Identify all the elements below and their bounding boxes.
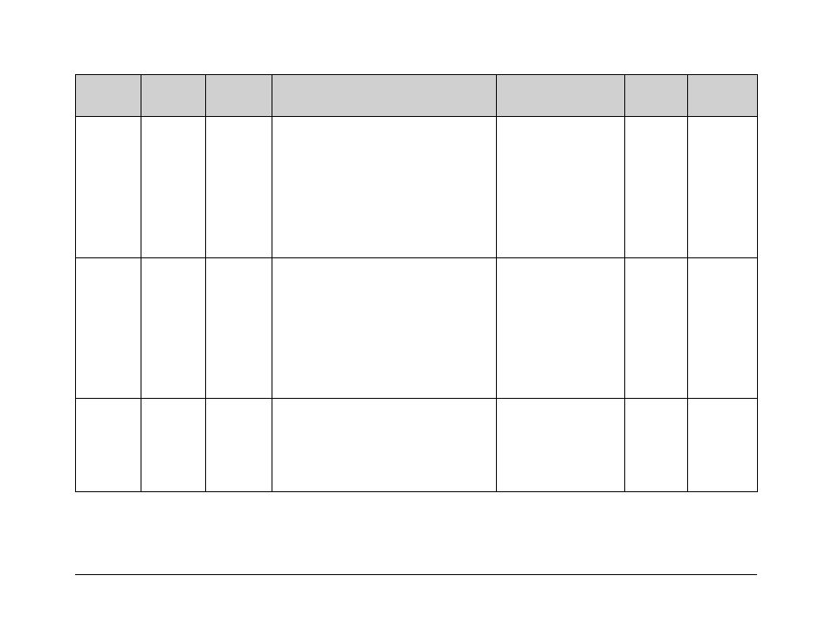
table-header-cell [206, 75, 272, 117]
data-table [75, 74, 758, 492]
table-header-cell [141, 75, 206, 117]
table-cell [688, 258, 758, 399]
table-cell [625, 258, 688, 399]
table-row [76, 258, 758, 399]
table-row [76, 117, 758, 258]
table-cell [272, 117, 497, 258]
table-cell [206, 399, 272, 492]
table-cell [497, 258, 625, 399]
table-header-cell [497, 75, 625, 117]
table-header-cell [625, 75, 688, 117]
table-cell [497, 399, 625, 492]
table-cell [272, 399, 497, 492]
table-cell [76, 258, 141, 399]
table-cell [625, 399, 688, 492]
table-header-cell [272, 75, 497, 117]
table-cell [497, 117, 625, 258]
table-header-cell [76, 75, 141, 117]
table-cell [141, 399, 206, 492]
table-cell [206, 258, 272, 399]
table-cell [141, 117, 206, 258]
table-cell [141, 258, 206, 399]
table-cell [76, 117, 141, 258]
table-cell [625, 117, 688, 258]
horizontal-rule [75, 574, 757, 575]
table-row [76, 399, 758, 492]
table-container [75, 74, 757, 492]
table-cell [206, 117, 272, 258]
table-cell [688, 117, 758, 258]
table-cell [688, 399, 758, 492]
table-cell [76, 399, 141, 492]
table-header-cell [688, 75, 758, 117]
table-cell [272, 258, 497, 399]
table-header-row [76, 75, 758, 117]
